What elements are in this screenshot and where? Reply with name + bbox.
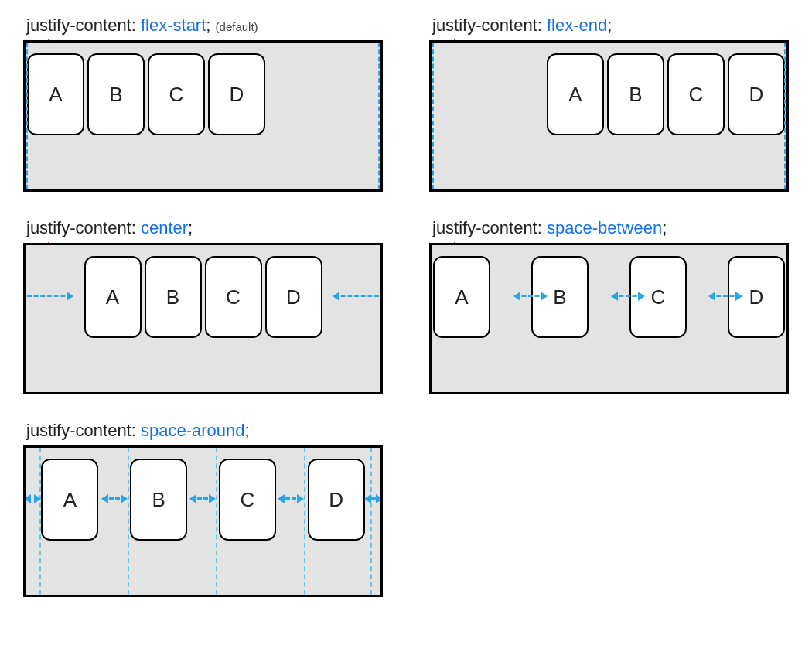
flex-item: D <box>208 53 265 135</box>
guide-line <box>128 448 129 595</box>
flex-item: A <box>84 256 142 338</box>
diagram-flex-start: justify-content: flex-start; (default)AB… <box>23 15 383 192</box>
flex-item: B <box>145 256 202 338</box>
flex-item: B <box>607 53 664 135</box>
code-label: justify-content: flex-start; (default) <box>26 15 383 36</box>
space-arrow-icon <box>334 295 379 297</box>
code-label: justify-content: flex-end; <box>432 15 789 36</box>
flex-item: B <box>87 53 145 135</box>
space-arrow-icon <box>612 295 643 297</box>
value: flex-end <box>547 15 607 35</box>
flex-item: D <box>308 459 365 541</box>
flex-container: ABCD <box>23 445 383 597</box>
property: justify-content: <box>26 218 141 237</box>
axis-edge-indicator <box>432 43 434 189</box>
flex-container: ABCD <box>429 243 789 394</box>
value: flex-start <box>141 15 206 35</box>
code-label: justify-content: space-around; <box>26 421 383 441</box>
value: space-between <box>547 218 662 237</box>
note: (default) <box>216 20 258 33</box>
diagram-space-between: justify-content: space-between;ABCD <box>429 218 789 394</box>
flex-item: A <box>433 256 490 338</box>
flex-item: D <box>728 53 785 135</box>
flex-container: ABCD <box>23 243 383 394</box>
diagram-center: justify-content: center;ABCD <box>23 218 383 394</box>
suffix: ; <box>206 15 210 35</box>
value: center <box>141 218 188 237</box>
flex-container: ABCD <box>429 40 789 192</box>
guide-line <box>370 448 372 595</box>
property: justify-content: <box>432 218 547 237</box>
flex-item: A <box>41 459 98 541</box>
space-arrow-icon <box>366 497 381 500</box>
guide-line <box>39 448 41 595</box>
suffix: ; <box>188 218 193 237</box>
space-arrow-icon <box>191 497 214 500</box>
diagram-space-around: justify-content: space-around;ABCD <box>23 421 383 597</box>
flex-container: ABCD <box>23 40 383 192</box>
code-label: justify-content: space-between; <box>432 218 789 238</box>
flex-item: C <box>205 256 262 338</box>
flex-item: C <box>667 53 725 135</box>
space-arrow-icon <box>103 497 126 500</box>
flex-item: C <box>148 53 205 135</box>
flex-item: A <box>27 53 84 135</box>
space-arrow-icon <box>515 295 546 297</box>
axis-edge-indicator <box>26 43 28 189</box>
value: space-around <box>141 421 245 440</box>
space-arrow-icon <box>279 497 302 500</box>
suffix: ; <box>245 421 250 440</box>
diagram-flex-end: justify-content: flex-end;ABCD <box>429 15 789 192</box>
guide-line <box>304 448 305 595</box>
flex-item: C <box>219 459 276 541</box>
code-label: justify-content: center; <box>26 218 383 238</box>
flex-item: D <box>265 256 322 338</box>
property: justify-content: <box>26 15 141 35</box>
space-arrow-icon <box>26 497 39 500</box>
axis-edge-indicator <box>378 43 380 189</box>
suffix: ; <box>607 15 612 35</box>
guide-line <box>216 448 217 595</box>
suffix: ; <box>662 218 667 237</box>
flex-item: A <box>547 53 604 135</box>
property: justify-content: <box>26 421 141 440</box>
axis-edge-indicator <box>784 43 786 189</box>
flex-item: B <box>130 459 187 541</box>
property: justify-content: <box>432 15 547 35</box>
space-arrow-icon <box>710 295 741 297</box>
space-arrow-icon <box>27 295 72 297</box>
